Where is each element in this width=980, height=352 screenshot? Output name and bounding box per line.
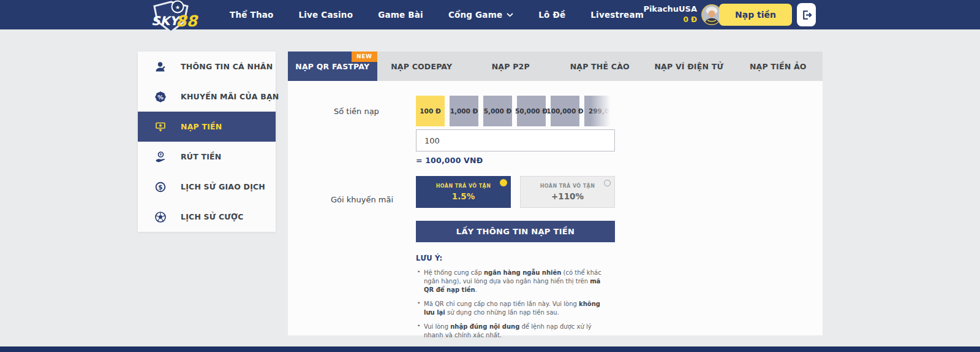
amount-chip-100000[interactable]: 100,000 Đ <box>551 96 579 126</box>
menu-item-game-bai[interactable]: Game Bài <box>378 10 423 20</box>
tab-nap-vi-dien-tu[interactable]: NẠP VÍ ĐIỆN TỬ <box>644 52 734 81</box>
sidebar-item-label: LỊCH SỬ GIAO DỊCH <box>181 182 265 191</box>
promo-label: Gói khuyến mãi <box>331 195 393 204</box>
amount-label: Số tiền nạp <box>334 107 379 116</box>
promo-value: 1.5% <box>452 191 475 201</box>
transaction-history-icon: $ <box>154 181 167 193</box>
svg-text:★: ★ <box>175 4 180 10</box>
sidebar-item-label: RÚT TIỀN <box>181 152 221 161</box>
menu-item-cong-game[interactable]: Cổng Game <box>448 10 513 20</box>
main-menu: Thể Thao Live Casino Game Bài Cổng Game … <box>230 0 644 29</box>
menu-item-lo-de[interactable]: Lô Đề <box>538 10 565 20</box>
sky88-logo[interactable]: ★ SKY 88 <box>137 0 205 34</box>
tab-nap-qr-fastpay[interactable]: NẠP QR FASTPAY NEW <box>288 52 377 81</box>
converted-amount: = 100,000 VNĐ <box>416 156 483 165</box>
balance: 0 Đ <box>617 15 697 24</box>
svg-text:88: 88 <box>176 12 198 30</box>
radio-unselected-icon <box>604 180 611 186</box>
note-item: Hệ thống cung cấp ngân hàng ngẫu nhiên (… <box>416 269 611 294</box>
promo-title: HOÀN TRẢ VÔ TẬN <box>540 183 595 189</box>
svg-text:%: % <box>157 93 164 100</box>
svg-text:$: $ <box>158 183 162 190</box>
sidebar-item-lich-su-giao-dich[interactable]: $ LỊCH SỬ GIAO DỊCH <box>138 172 276 202</box>
account-sidebar: THÔNG TIN CÁ NHÂN % KHUYẾN MÃI CỦA BẠN N… <box>138 52 276 232</box>
sidebar-item-label: NẠP TIỀN <box>181 122 222 131</box>
sidebar-item-label: THÔNG TIN CÁ NHÂN <box>181 62 273 71</box>
notes-section: LƯU Ý: Hệ thống cung cấp ngân hàng ngẫu … <box>416 254 611 345</box>
promo-badge-icon: % <box>154 91 167 103</box>
sidebar-item-label: KHUYẾN MÃI CỦA BẠN <box>181 92 279 101</box>
user-icon <box>154 61 167 73</box>
get-deposit-info-button[interactable]: LẤY THÔNG TIN NẠP TIỀN <box>416 221 615 242</box>
new-badge: NEW <box>352 52 377 62</box>
chevron-down-icon <box>507 13 513 17</box>
withdraw-money-icon <box>154 151 167 163</box>
notes-title: LƯU Ý: <box>416 254 611 262</box>
radio-selected-icon <box>500 179 507 186</box>
note-item: Mã QR chỉ cung cấp cho nạp tiền lần này.… <box>416 300 611 317</box>
promo-title: HOÀN TRẢ VÔ TẬN <box>436 183 491 189</box>
amount-chip-1000[interactable]: 1,000 Đ <box>450 96 478 126</box>
amount-chip-50000[interactable]: 50,000 Đ <box>517 96 546 126</box>
nav-deposit-button[interactable]: Nạp tiền <box>719 4 792 26</box>
user-menu[interactable]: PikachuUSA 0 Đ <box>617 4 697 24</box>
amount-chip-truncated[interactable]: 299,0 <box>584 96 613 126</box>
username: PikachuUSA <box>617 4 697 13</box>
promo-card-1-5[interactable]: HOÀN TRẢ VÔ TẬN 1.5% <box>416 176 511 208</box>
tab-nap-the-cao[interactable]: NẠP THẺ CÀO <box>556 52 645 81</box>
sidebar-item-rut-tien[interactable]: RÚT TIỀN <box>138 142 276 172</box>
sky88-logo-graphic: ★ SKY 88 <box>137 0 205 34</box>
menu-item-the-thao[interactable]: Thể Thao <box>230 10 273 20</box>
menu-item-live-casino[interactable]: Live Casino <box>298 10 353 20</box>
logout-icon <box>801 9 812 21</box>
sidebar-item-label: LỊCH SỬ CƯỢC <box>181 212 244 221</box>
tab-nap-p2p[interactable]: NẠP P2P <box>466 52 556 81</box>
top-navbar: ★ SKY 88 Thể Thao Live Casino Game Bài C… <box>0 0 980 29</box>
sidebar-item-khuyen-mai[interactable]: % KHUYẾN MÃI CỦA BẠN <box>138 82 276 112</box>
promo-options: HOÀN TRẢ VÔ TẬN 1.5% HOÀN TRẢ VÔ TẬN +11… <box>416 176 615 208</box>
note-item: Vui lòng nhập đúng nội dung để lệnh nạp … <box>416 323 611 340</box>
tab-nap-codepay[interactable]: NẠP CODEPAY <box>377 52 467 81</box>
sidebar-item-nap-tien[interactable]: NẠP TIỀN <box>138 112 276 142</box>
deposit-tabs: NẠP QR FASTPAY NEW NẠP CODEPAY NẠP P2P N… <box>288 52 823 81</box>
sidebar-item-thong-tin-ca-nhan[interactable]: THÔNG TIN CÁ NHÂN <box>138 52 276 82</box>
tab-nap-tien-ao[interactable]: NẠP TIỀN ẢO <box>734 52 823 81</box>
promo-value: +110% <box>551 191 584 201</box>
deposit-panel: NẠP QR FASTPAY NEW NẠP CODEPAY NẠP P2P N… <box>288 52 823 335</box>
deposit-money-icon <box>154 121 167 133</box>
sidebar-item-lich-su-cuoc[interactable]: LỊCH SỬ CƯỢC <box>138 202 276 232</box>
bet-history-icon <box>154 211 167 223</box>
amount-chip-100[interactable]: 100 Đ <box>416 96 445 126</box>
promo-card-110[interactable]: HOÀN TRẢ VÔ TẬN +110% <box>520 176 615 208</box>
amount-chip-5000[interactable]: 5,000 Đ <box>483 96 512 126</box>
amount-options: 100 Đ 1,000 Đ 5,000 Đ 50,000 Đ 100,000 Đ… <box>416 96 613 126</box>
logout-button[interactable] <box>797 3 816 26</box>
amount-input[interactable] <box>416 129 615 151</box>
footer-strip <box>0 346 980 352</box>
